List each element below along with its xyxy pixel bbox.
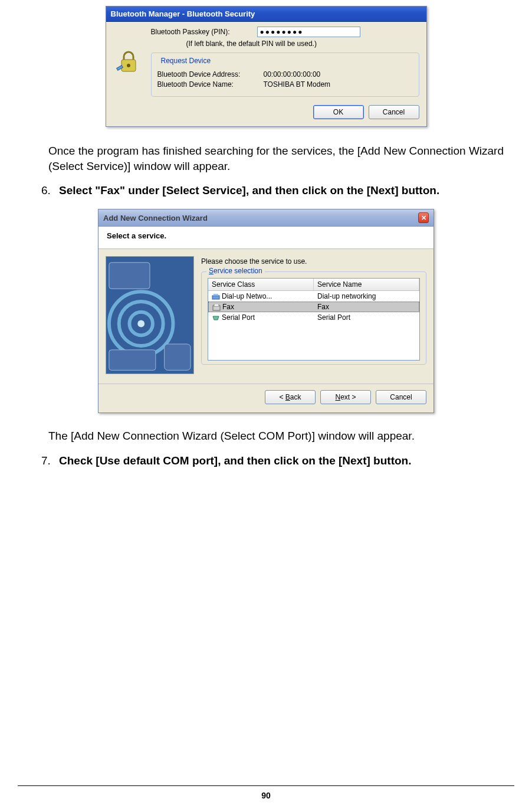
paragraph-after-dialog2: The [Add New Connection Wizard (Select C…: [48, 428, 508, 444]
page-number: 90: [0, 791, 532, 800]
request-device-group: Request Device Bluetooth Device Address:…: [151, 53, 419, 97]
back-button[interactable]: < Back: [265, 390, 316, 404]
cancel-button[interactable]: Cancel: [369, 105, 419, 119]
wizard-cancel-button[interactable]: Cancel: [376, 390, 426, 404]
wizard-titlebar: Add New Connection Wizard ✕: [98, 209, 434, 227]
svg-point-1: [127, 64, 130, 67]
step-6-text: Select "Fax" under [Select Service], and…: [59, 184, 508, 197]
svg-rect-8: [109, 263, 150, 289]
pin-note: (If left blank, the default PIN will be …: [186, 40, 419, 48]
service-selection-group: Service selection Service Class Service …: [201, 271, 426, 365]
svg-point-7: [137, 320, 145, 328]
bluetooth-security-figure: Bluetooth Manager - Bluetooth Security B…: [24, 6, 508, 127]
footer-rule: [18, 785, 514, 786]
add-connection-wizard-figure: Add New Connection Wizard ✕ Select a ser…: [24, 209, 508, 413]
svg-rect-10: [165, 344, 191, 370]
add-connection-wizard-dialog: Add New Connection Wizard ✕ Select a ser…: [98, 209, 434, 413]
step-6-number: 6.: [41, 184, 59, 197]
device-address-value: 00:00:00:00:00:00: [264, 70, 321, 78]
step-7-number: 7.: [41, 454, 59, 467]
list-item[interactable]: Dial-up Netwo...Dial-up networking: [208, 291, 419, 302]
wizard-title: Add New Connection Wizard: [103, 214, 208, 222]
step-7-text: Check [Use default COM port], and then c…: [59, 454, 508, 467]
wizard-subtitle: Select a service.: [98, 227, 434, 249]
svg-rect-9: [109, 350, 156, 371]
svg-rect-12: [214, 294, 218, 296]
step-6: 6. Select "Fax" under [Select Service], …: [41, 184, 508, 197]
device-name-label: Bluetooth Device Name:: [157, 80, 258, 89]
dialog-title: Bluetooth Manager - Bluetooth Security: [111, 9, 255, 18]
column-service-class[interactable]: Service Class: [208, 279, 314, 290]
next-button[interactable]: Next >: [320, 390, 371, 404]
listview-header: Service Class Service Name: [208, 279, 419, 291]
wizard-illustration: [106, 256, 194, 374]
dialog-titlebar: Bluetooth Manager - Bluetooth Security: [106, 6, 426, 22]
ok-button[interactable]: OK: [313, 105, 364, 119]
column-service-name[interactable]: Service Name: [314, 279, 419, 290]
service-listview[interactable]: Service Class Service Name Dial-up Netwo…: [208, 278, 420, 361]
list-item[interactable]: FaxFax: [208, 302, 419, 312]
close-icon[interactable]: ✕: [418, 212, 429, 223]
svg-rect-14: [214, 304, 219, 306]
request-device-legend: Request Device: [159, 57, 214, 65]
list-item[interactable]: Serial PortSerial Port: [208, 312, 419, 323]
pin-input[interactable]: [257, 27, 360, 37]
bluetooth-security-dialog: Bluetooth Manager - Bluetooth Security B…: [106, 6, 427, 127]
pin-label: Bluetooth Passkey (PIN):: [151, 28, 251, 36]
step-7: 7. Check [Use default COM port], and the…: [41, 454, 508, 467]
paragraph-after-dialog1: Once the program has finished searching …: [48, 143, 508, 173]
lock-key-icon: [116, 49, 142, 75]
svg-rect-11: [212, 296, 219, 299]
device-address-label: Bluetooth Device Address:: [157, 70, 258, 78]
device-name-value: TOSHIBA BT Modem: [264, 80, 331, 89]
service-selection-legend: Service selection: [206, 267, 265, 275]
manual-page: Bluetooth Manager - Bluetooth Security B…: [0, 0, 532, 812]
wizard-instruction: Please choose the service to use.: [201, 257, 426, 266]
